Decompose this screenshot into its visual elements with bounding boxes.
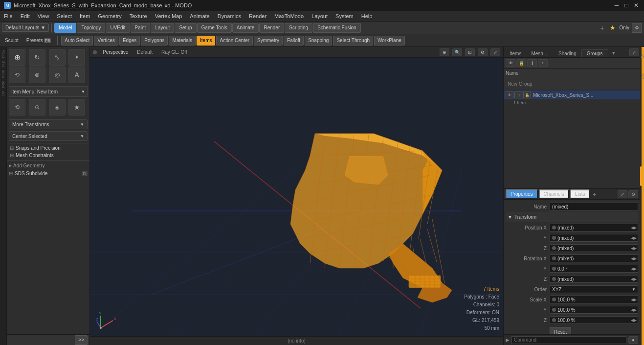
menu-item-item[interactable]: Item (76, 11, 94, 22)
tool-10[interactable]: ⊙ (29, 99, 45, 115)
prop-field-4[interactable]: 0.0 °◀▶ (550, 265, 638, 273)
more-transforms-btn[interactable]: More Transforms ▼ (9, 119, 88, 129)
tab-shading[interactable]: Shading (554, 50, 581, 57)
tab-properties[interactable]: Properties (506, 189, 538, 199)
mode-select-through[interactable]: Select Through (333, 36, 373, 46)
prop-field-9[interactable]: 100.0 %◀▶ (550, 316, 638, 324)
menu-item-render[interactable]: Render (245, 11, 270, 22)
item-render-icon[interactable]: □ (514, 92, 522, 98)
tab-game-tools[interactable]: Game Tools (197, 23, 232, 33)
menu-item-animate[interactable]: Animate (186, 11, 213, 22)
prop-field-7[interactable]: 100.0 %◀▶ (550, 296, 638, 303)
tool-5[interactable]: ⟲ (9, 67, 25, 83)
tool-12[interactable]: ★ (68, 99, 85, 115)
menu-item-texture[interactable]: Texture (126, 11, 151, 22)
transform-section[interactable]: ▼ Transform (506, 212, 638, 222)
tab-paint[interactable]: Paint (131, 23, 151, 33)
menu-item-view[interactable]: View (34, 11, 53, 22)
prop-field-1[interactable]: (mixed)◀▶ (550, 234, 638, 242)
tool-8[interactable]: A (68, 67, 85, 83)
perspective-label[interactable]: Perspective (100, 48, 131, 56)
tab-setup[interactable]: Setup (175, 23, 196, 33)
tool-11[interactable]: ◈ (49, 99, 66, 115)
mode-action-center[interactable]: Action Center (216, 36, 253, 46)
prop-field-5[interactable]: (mixed)◀▶ (550, 275, 638, 283)
tool-9[interactable]: ⟲ (9, 99, 25, 115)
mode-polygons[interactable]: Polygons (141, 36, 168, 46)
menu-item-layout[interactable]: Layout (308, 11, 332, 22)
tab-schematic-fusion[interactable]: Schematic Fusion (313, 23, 360, 33)
item-row[interactable]: 👁 □ 🔒 Microsoft_Xbox_Series_S... (504, 91, 640, 99)
close-button[interactable]: ✕ (632, 1, 640, 9)
lock-btn[interactable]: 🔒 (516, 59, 526, 67)
mode-snapping[interactable]: Snapping (305, 36, 332, 46)
maximize-button[interactable]: □ (622, 1, 630, 9)
menu-item-select[interactable]: Select (53, 11, 76, 22)
name-prop-field[interactable]: (mixed) (550, 203, 638, 210)
left-expand-btn[interactable]: >> (75, 335, 88, 345)
tab-items[interactable]: Items (505, 50, 526, 57)
settings-button[interactable]: ⚙ (632, 23, 642, 33)
plus-button[interactable]: + (596, 23, 608, 33)
menu-item-dynamics[interactable]: Dynamics (214, 11, 245, 22)
menu-item-edit[interactable]: Edit (17, 11, 34, 22)
panel-expand-btn[interactable]: ⤢ (629, 48, 639, 56)
tab-channels[interactable]: Channels (539, 189, 569, 199)
vp-expand-btn[interactable]: ⤢ (490, 48, 500, 56)
item-lock-icon[interactable]: 🔒 (523, 92, 531, 98)
tab-animate[interactable]: Animate (232, 23, 259, 33)
mode-symmetry[interactable]: Symmetry (254, 36, 283, 46)
command-execute-btn[interactable]: ● (628, 336, 638, 344)
snaps-item[interactable]: ⊟ Snaps and Precision (7, 144, 89, 152)
command-input[interactable] (511, 336, 626, 344)
mode-workplane[interactable]: WorkPlane (374, 36, 405, 46)
props-tab-plus[interactable]: + (591, 190, 598, 198)
vp-fit-btn[interactable]: ⊡ (465, 48, 475, 56)
sds-item[interactable]: ⊟ SDS Subdivide D (7, 170, 89, 177)
tab-topology[interactable]: Topology (77, 23, 105, 33)
reset-button[interactable]: Reset (550, 327, 571, 334)
menu-item-geometry[interactable]: Geometry (94, 11, 125, 22)
props-expand-btn[interactable]: ⤢ (618, 190, 627, 198)
tab-groups[interactable]: Groups (581, 49, 608, 57)
vp-orbit-btn[interactable]: ⊕ (440, 48, 449, 56)
move-tool[interactable]: ⊕ (9, 49, 25, 66)
menu-item-maxtomodo[interactable]: MaxToModo (270, 11, 308, 22)
tab-scripting[interactable]: Scripting (285, 23, 312, 33)
mode-materials[interactable]: Materials (169, 36, 196, 46)
tab-mesh[interactable]: Mesh ... (526, 50, 554, 57)
item-eye-icon[interactable]: 👁 (506, 92, 513, 98)
tab-layout[interactable]: Layout (151, 23, 174, 33)
tool-7[interactable]: ◎ (49, 67, 66, 83)
add-item-btn[interactable]: + (538, 59, 548, 67)
mode-edges[interactable]: Edges (119, 36, 140, 46)
menu-item-help[interactable]: Help (357, 11, 377, 22)
prop-field-2[interactable]: (mixed)◀▶ (550, 244, 638, 252)
tool-6[interactable]: ⊗ (29, 67, 45, 83)
orange-handle[interactable] (640, 166, 644, 186)
render-label[interactable]: Ray GL: Off (158, 48, 190, 56)
menu-item-system[interactable]: System (332, 11, 357, 22)
tab-lists[interactable]: Lists (570, 189, 590, 199)
rotate-tool[interactable]: ↻ (29, 49, 45, 66)
menu-item-vertex map[interactable]: Vertex Map (151, 11, 186, 22)
mode-items[interactable]: Items (197, 36, 215, 46)
scale-tool[interactable]: ⤡ (49, 49, 66, 66)
mesh-constraints-item[interactable]: ⊟ Mesh Constraints (7, 152, 89, 159)
presets-button[interactable]: Presets F6 (23, 36, 54, 46)
add-geometry-section[interactable]: ▶ Add Geometry (7, 161, 89, 170)
item-menu-dropdown[interactable]: Item Menu: New Item ▼ (9, 86, 88, 97)
menu-item-file[interactable]: File (0, 11, 17, 22)
tab-uvedit[interactable]: UVEdit (106, 23, 130, 33)
tab-add-button[interactable]: ▾ (609, 49, 618, 57)
minimize-button[interactable]: ─ (613, 1, 621, 9)
transform-tool[interactable]: ✦ (68, 49, 85, 66)
eye-btn[interactable]: 👁 (506, 59, 515, 67)
layouts-dropdown[interactable]: Default Layouts ▼ (2, 23, 49, 32)
mode-falloff[interactable]: Falloff (284, 36, 304, 46)
sculpt-button[interactable]: Sculpt (2, 36, 22, 46)
mode-vertices[interactable]: Vertices (94, 36, 118, 46)
prop-field-8[interactable]: 100.0 %◀▶ (550, 306, 638, 314)
viewport-canvas[interactable]: 7 Items Polygons : Face Channels: 0 Defo… (90, 58, 503, 336)
info-btn[interactable]: ℹ (527, 59, 537, 67)
